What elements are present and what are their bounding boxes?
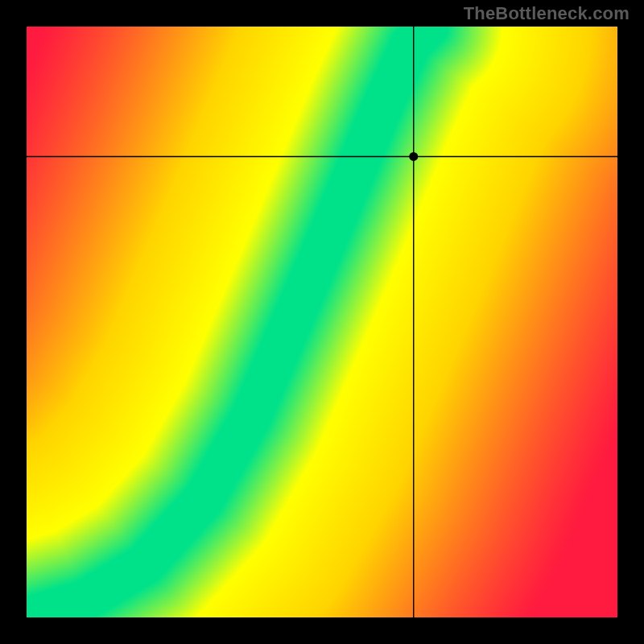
marker-dot <box>409 152 418 161</box>
crosshair-overlay <box>27 27 617 617</box>
watermark-text: TheBottleneck.com <box>464 3 630 24</box>
heatmap-plot <box>27 27 617 617</box>
chart-frame: TheBottleneck.com <box>0 0 644 644</box>
